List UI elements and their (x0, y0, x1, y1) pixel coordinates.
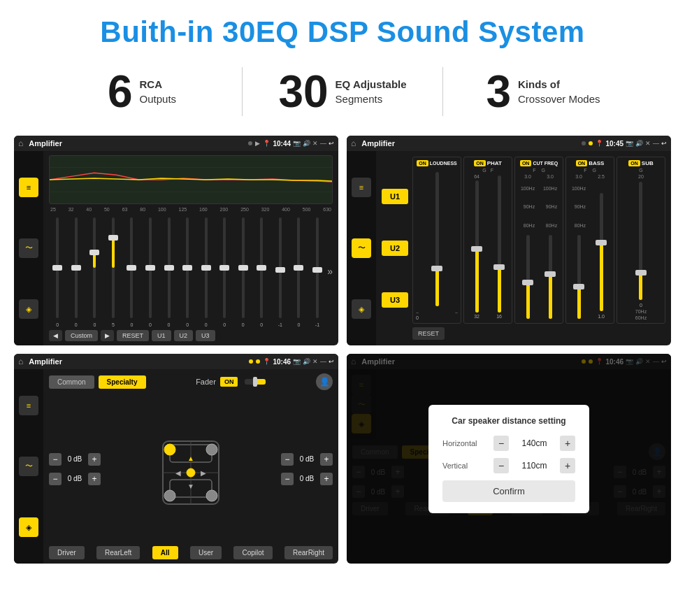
all-btn[interactable]: All (152, 546, 178, 559)
stat-text-eq: EQ Adjustable Segments (336, 77, 407, 106)
vertical-value: 110cm (514, 461, 554, 471)
slider-3[interactable]: 0 (86, 215, 103, 327)
speaker-icon-3[interactable]: ◈ (19, 517, 38, 537)
plus-btn-1[interactable]: + (88, 453, 101, 466)
horizontal-minus-btn[interactable]: − (493, 436, 509, 451)
car-diagram: ▲ ▼ ◀ ▶ (105, 420, 277, 518)
phat-slider-f[interactable]: 16 (489, 174, 509, 319)
sub-slider[interactable] (639, 182, 642, 300)
avatar-icon[interactable]: 👤 (316, 373, 333, 390)
plus-btn-4[interactable]: + (320, 473, 333, 485)
waveform-icon-2[interactable]: 〜 (352, 238, 371, 258)
speaker-icon-2[interactable]: ◈ (352, 299, 371, 319)
slider-15[interactable]: -1 (309, 215, 326, 327)
phat-col: ON PHAT GF 64 (463, 157, 512, 324)
slider-12[interactable]: 0 (253, 215, 271, 327)
phat-label: PHAT (487, 160, 502, 166)
cols-area: ON LOUDNESS (412, 157, 665, 340)
camera-icon-2: 📷 (626, 140, 633, 147)
slider-14[interactable]: 0 (290, 215, 308, 327)
svg-text:▲: ▲ (187, 454, 194, 462)
equalizer-icon[interactable]: ≡ (19, 178, 38, 197)
common-tab[interactable]: Common (49, 375, 94, 389)
plus-btn-2[interactable]: + (88, 473, 101, 485)
u1-button[interactable]: U1 (152, 330, 171, 341)
svg-point-12 (187, 468, 195, 477)
on-toggle[interactable]: ON (220, 377, 238, 387)
driver-btn[interactable]: Driver (49, 546, 85, 559)
more-icon[interactable]: » (327, 266, 333, 277)
minus-btn-3[interactable]: − (281, 453, 294, 466)
freq-500: 500 (303, 207, 311, 212)
plus-btn-3[interactable]: + (320, 453, 333, 466)
slider-2[interactable]: 0 (68, 215, 85, 327)
waveform-icon[interactable]: 〜 (19, 238, 38, 258)
bass-slider[interactable] (577, 235, 581, 319)
svg-point-8 (164, 444, 175, 455)
custom-button[interactable]: Custom (65, 330, 98, 341)
back-icon-2[interactable]: ↩ (661, 140, 667, 147)
loudness-slider[interactable] (416, 169, 458, 309)
slider-10[interactable]: 0 (216, 215, 233, 327)
slider-7[interactable]: 0 (160, 215, 178, 327)
crossover-reset-btn[interactable]: RESET (412, 327, 445, 340)
crossover-layout: U1 U2 U3 ON LOUDNESS (382, 157, 665, 340)
eq-icon-3[interactable]: ≡ (19, 396, 38, 415)
slider-5[interactable]: 0 (123, 215, 140, 327)
phat-slider-g[interactable]: 64 32 (467, 174, 486, 319)
db-val-3: 0 dB (296, 455, 317, 463)
copilot-btn[interactable]: Copilot (233, 546, 272, 559)
eq-icon-2[interactable]: ≡ (352, 178, 371, 197)
u1-btn[interactable]: U1 (382, 189, 408, 204)
sub-label: SUB (642, 160, 654, 166)
stat-line1-rca: RCA (140, 77, 177, 92)
minus-btn-2[interactable]: − (49, 473, 62, 485)
slider-4[interactable]: 5 (105, 215, 122, 327)
slider-9[interactable]: 0 (197, 215, 215, 327)
u2-btn[interactable]: U2 (382, 241, 408, 256)
confirm-button[interactable]: Confirm (442, 480, 575, 502)
prev-button[interactable]: ◀ (49, 330, 62, 341)
freq-25: 25 (50, 207, 56, 212)
slider-13[interactable]: -1 (272, 215, 289, 327)
distance-dialog-box: Car speaker distance setting Horizontal … (428, 405, 589, 513)
cutfreq-slider-2[interactable] (549, 235, 552, 319)
slider-11[interactable]: 0 (234, 215, 252, 327)
camera-icon-3: 📷 (293, 358, 301, 365)
cutfreq-slider[interactable] (526, 235, 530, 319)
slider-6[interactable]: 0 (142, 215, 159, 327)
back-icon[interactable]: ↩ (329, 140, 334, 147)
minus-btn-1[interactable]: − (49, 453, 62, 466)
fader-content: − 0 dB + − 0 dB + (49, 396, 333, 542)
play-button[interactable]: ▶ (101, 330, 114, 341)
eq-left-panel: ≡ 〜 ◈ (14, 151, 43, 345)
reset-button[interactable]: RESET (117, 330, 149, 341)
x-icon: ✕ (312, 140, 318, 147)
speaker-icon[interactable]: ◈ (19, 299, 38, 319)
waveform-icon-3[interactable]: 〜 (19, 457, 38, 476)
minimize-icon: — (320, 140, 326, 147)
home-icon[interactable]: ⌂ (18, 138, 23, 148)
bass-slider-2[interactable] (600, 193, 603, 311)
fader-top: Common Specialty Fader ON 👤 (49, 373, 333, 390)
user-btn[interactable]: User (190, 546, 222, 559)
svg-point-10 (164, 490, 175, 501)
horizontal-plus-btn[interactable]: + (560, 436, 575, 451)
fader-dot2 (256, 359, 260, 364)
eq-status-bar: ⌂ Amplifier ▶ 📍 10:44 📷 🔊 ✕ — ↩ (14, 136, 338, 151)
home-icon-2[interactable]: ⌂ (351, 138, 356, 148)
slider-1[interactable]: 0 (49, 215, 66, 327)
rearright-btn[interactable]: RearRight (284, 546, 333, 559)
slider-8[interactable]: 0 (179, 215, 196, 327)
u2-button[interactable]: U2 (174, 330, 194, 341)
u3-button[interactable]: U3 (196, 330, 215, 341)
vertical-minus-btn[interactable]: − (493, 458, 509, 473)
home-icon-3[interactable]: ⌂ (18, 357, 23, 366)
vertical-plus-btn[interactable]: + (560, 458, 575, 473)
sub-col: ON SUB G 20 (616, 157, 665, 324)
specialty-tab[interactable]: Specialty (99, 375, 146, 389)
u3-btn[interactable]: U3 (382, 292, 408, 308)
back-icon-3[interactable]: ↩ (329, 358, 334, 365)
minus-btn-4[interactable]: − (281, 473, 294, 485)
rearleft-btn[interactable]: RearLeft (96, 546, 140, 559)
